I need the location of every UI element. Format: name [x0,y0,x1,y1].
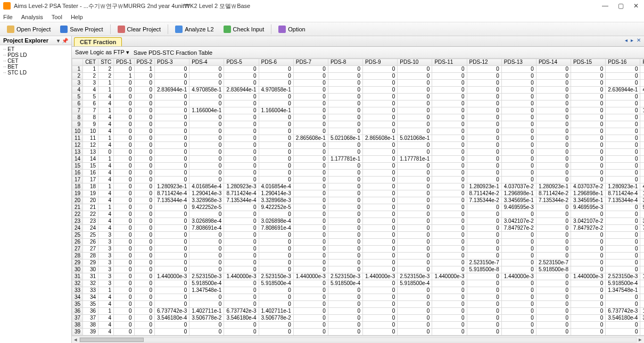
table-row[interactable]: 1414100000001.177781e-101.177781e-100000… [72,156,645,163]
cell[interactable]: 0 [114,170,134,177]
cell[interactable]: 3 [98,266,114,273]
cell[interactable]: 0 [155,260,189,266]
cell[interactable]: 0 [467,218,501,225]
cell[interactable]: 1.280923e-1 [606,183,640,190]
cell[interactable]: 2.523150e-3 [606,273,640,280]
cell[interactable]: 0 [536,280,571,287]
cell[interactable]: 7.135344e-2 [536,197,571,204]
cell[interactable]: 3.546180e-4 [224,315,259,322]
cell[interactable]: 0 [363,94,398,101]
cell[interactable]: 0 [398,301,432,308]
cell[interactable]: 0 [640,177,644,183]
cell[interactable]: 3.042107e-2 [571,218,606,225]
row-header[interactable]: 40 [72,336,83,336]
cell[interactable]: 0 [571,239,606,246]
table-row[interactable]: 333310001.347548e-1000000000001.347548e-… [72,287,645,294]
cell[interactable]: 0 [571,301,606,308]
cell[interactable]: 0 [114,260,134,266]
toolbar-button-save-project[interactable]: Save Project [56,24,106,35]
cell[interactable]: 0 [363,73,398,80]
cell[interactable]: 0 [363,315,398,322]
cell[interactable]: 0 [363,107,398,114]
cell[interactable]: 0 [155,225,189,232]
subtoolbar-button-save-pds-stc-fraction-table[interactable]: Save PDS-STC Fraction Table [134,49,212,56]
cell[interactable]: 1.290414e-3 [259,190,293,197]
cell[interactable]: 0 [571,280,606,287]
cell[interactable]: 0 [432,266,467,273]
cell[interactable]: 3.026898e-4 [640,218,644,225]
cell[interactable]: 5.918500e-4 [189,280,224,287]
cell[interactable]: 0 [571,73,606,80]
row-header[interactable]: 20 [72,197,83,204]
cell[interactable]: 4.970858e-1 [640,87,644,94]
cell[interactable]: 1 [98,308,114,315]
row-header[interactable]: 34 [72,294,83,301]
cell[interactable]: 0 [134,218,154,225]
cell[interactable]: 0 [259,121,293,128]
cell[interactable]: 0 [259,114,293,121]
cell[interactable]: 0 [432,329,467,336]
cell[interactable]: 0 [293,107,328,114]
cell[interactable]: 0 [398,329,432,336]
cell[interactable]: 0 [606,94,640,101]
cell[interactable]: 0 [432,177,467,183]
cell[interactable]: 0 [259,260,293,266]
cell[interactable]: 0 [224,225,259,232]
cell[interactable]: 0 [224,329,259,336]
cell[interactable]: 0 [606,66,640,73]
cell[interactable]: 0 [293,225,328,232]
cell[interactable]: 0 [155,94,189,101]
cell[interactable]: 0 [398,163,432,170]
cell[interactable]: 4 [98,142,114,149]
cell[interactable]: 27 [83,246,98,253]
cell[interactable]: 20 [83,197,98,204]
cell[interactable]: 0 [155,287,189,294]
cell[interactable]: 6.737742e-3 [606,308,640,315]
cell[interactable]: 0 [606,218,640,225]
cell[interactable]: 0 [467,253,501,260]
cell[interactable]: 0 [189,101,224,107]
cell[interactable]: 0 [363,121,398,128]
cell[interactable]: 0 [467,80,501,87]
cell[interactable]: 0 [293,80,328,87]
cell[interactable]: 0 [640,142,644,149]
cell[interactable]: 0 [155,329,189,336]
table-row[interactable]: 37374003.546180e-43.506778e-23.546180e-4… [72,315,645,322]
cell[interactable]: 1.166004e-1 [259,107,293,114]
tree-node-cet[interactable]: CET [2,58,69,64]
cell[interactable]: 16 [83,170,98,177]
cell[interactable]: 8.711424e-2 [467,190,501,197]
cell[interactable]: 0 [432,225,467,232]
cell[interactable]: 25 [83,232,98,239]
cell[interactable]: 0 [134,87,154,94]
table-row[interactable]: 323230005.918500e-405.918500e-405.918500… [72,280,645,287]
row-header[interactable]: 28 [72,253,83,260]
minimize-button[interactable]: — [602,2,608,10]
cell[interactable]: 0 [571,329,606,336]
cell[interactable]: 0 [224,294,259,301]
cell[interactable]: 1 [98,183,114,190]
cell[interactable]: 0 [640,280,644,287]
cell[interactable]: 0 [293,287,328,294]
cell[interactable]: 1.290414e-3 [189,190,224,197]
cell[interactable]: 1.280923e-1 [467,183,501,190]
cell[interactable]: 0 [114,246,134,253]
cell[interactable]: 0 [398,128,432,135]
cell[interactable]: 0 [134,260,154,266]
cell[interactable]: 0 [114,142,134,149]
cell[interactable]: 0 [536,218,571,225]
cell[interactable]: 0 [259,239,293,246]
cell[interactable]: 0 [363,128,398,135]
cell[interactable]: 0 [363,253,398,260]
cell[interactable]: 0 [571,101,606,107]
cell[interactable]: 0 [224,239,259,246]
cell[interactable]: 0 [155,239,189,246]
cell[interactable]: 0 [293,121,328,128]
cell[interactable]: 17 [83,177,98,183]
cell[interactable]: 1 [98,80,114,87]
cell[interactable]: 0 [501,135,536,142]
cell[interactable]: 0 [398,73,432,80]
cell[interactable]: 0 [134,183,154,190]
cell[interactable]: 0 [467,121,501,128]
cell[interactable]: 0 [134,280,154,287]
